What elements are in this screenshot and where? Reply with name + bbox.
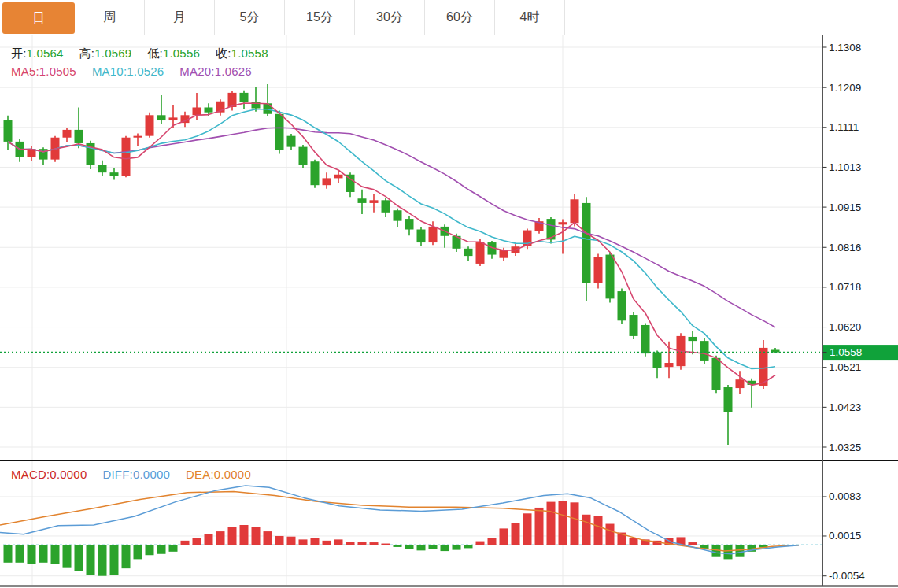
candle-body <box>382 200 390 213</box>
price-tag-label: 1.0558 <box>830 346 862 358</box>
macd-bar <box>75 545 83 571</box>
macd-bar <box>122 545 131 568</box>
macd-bar <box>87 545 95 575</box>
macd-bar <box>193 538 201 545</box>
macd-bar <box>264 531 272 545</box>
candle-body <box>334 175 343 179</box>
macd-bar <box>417 545 426 550</box>
macd-bar <box>405 545 414 549</box>
macd-bar <box>630 538 638 545</box>
macd-bar <box>51 545 60 564</box>
macd-bar <box>370 542 379 545</box>
candle-body <box>146 115 154 135</box>
tab-period-2[interactable]: 月 <box>145 0 215 35</box>
macd-bar <box>287 537 296 545</box>
candle-body <box>240 93 249 102</box>
macd-bar <box>205 534 213 545</box>
macd-bar <box>606 524 615 545</box>
candle-body <box>193 107 201 115</box>
macd-bar <box>582 515 591 545</box>
candle-body <box>653 353 662 368</box>
candle-body <box>110 172 119 176</box>
candle-body <box>618 291 626 320</box>
candle-body <box>358 198 367 203</box>
macd-bar <box>134 545 142 559</box>
macd-bar <box>441 545 449 551</box>
macd-bar <box>500 528 508 545</box>
macd-bar <box>181 541 190 545</box>
candle-body <box>500 250 508 258</box>
candle-body <box>75 130 83 143</box>
axis-label: -0.0054 <box>829 570 865 582</box>
macd-bar <box>311 538 320 545</box>
axis-label: 1.0620 <box>829 321 861 333</box>
macd-bar <box>98 545 107 576</box>
macd-bar <box>594 516 603 545</box>
macd-bar <box>523 513 532 545</box>
candle-body <box>630 315 638 336</box>
macd-bar <box>240 525 249 545</box>
macd-bar <box>323 541 331 545</box>
axis-label: 0.0015 <box>829 530 861 542</box>
tab-period-5[interactable]: 30分 <box>355 0 425 35</box>
candle-body <box>394 210 402 220</box>
candle-body <box>287 136 296 147</box>
axis-label: 1.1308 <box>829 42 861 54</box>
macd-bar <box>216 531 225 545</box>
tab-period-3[interactable]: 5分 <box>215 0 285 35</box>
axis-label: 1.1111 <box>829 121 859 133</box>
macd-bar <box>252 527 261 545</box>
macd-bar <box>464 545 473 548</box>
candle-body <box>134 136 142 138</box>
candle-body <box>63 130 72 138</box>
tab-period-6[interactable]: 60分 <box>425 0 495 35</box>
macd-bar <box>299 539 308 545</box>
candle-body <box>323 178 331 185</box>
candle-body <box>122 138 131 176</box>
macd-bar <box>476 542 485 545</box>
macd-bar <box>275 536 284 545</box>
candle-body <box>736 379 745 388</box>
macd-bar <box>394 545 402 547</box>
macd-bar <box>358 542 367 545</box>
tab-period-4[interactable]: 15分 <box>285 0 355 35</box>
macd-bar <box>547 502 556 545</box>
macd-bar <box>724 545 733 559</box>
macd-bar <box>512 523 520 545</box>
candle-body <box>606 255 615 299</box>
macd-bar <box>346 542 355 545</box>
tab-period-7[interactable]: 4时 <box>495 0 565 35</box>
chart-plot-area[interactable]: 1.13081.12091.11111.10131.09151.08161.07… <box>0 35 898 588</box>
macd-bar <box>63 545 72 568</box>
axis-label: 1.0521 <box>829 361 861 373</box>
candle-body <box>464 249 473 256</box>
macd-bar <box>535 508 544 545</box>
axis-label: 1.0718 <box>829 281 861 293</box>
axis-label: 0.0083 <box>829 490 861 502</box>
macd-bar <box>4 545 13 563</box>
candle-body <box>476 242 485 264</box>
macd-bar <box>39 545 48 563</box>
macd-bar <box>571 502 579 545</box>
candle-body <box>641 325 650 353</box>
candle-body <box>311 161 320 185</box>
tab-period-1[interactable]: 周 <box>75 0 145 35</box>
candle-body <box>665 363 674 367</box>
macd-bar <box>453 545 461 550</box>
axis-label: 1.0423 <box>829 401 861 413</box>
candle-body <box>98 165 107 172</box>
macd-bar <box>488 538 497 545</box>
macd-bar <box>157 545 166 554</box>
macd-bar <box>110 545 119 575</box>
candle-body <box>571 199 579 223</box>
axis-label: 1.0915 <box>829 202 861 213</box>
candle-body <box>299 147 308 165</box>
macd-bar <box>16 545 24 563</box>
candle-body <box>582 203 591 283</box>
macd-bar <box>228 527 237 545</box>
tab-period-0[interactable]: 日 <box>2 2 75 34</box>
candle-body <box>594 257 603 283</box>
candle-body <box>724 387 733 412</box>
macd-bar <box>689 542 697 545</box>
candle-body <box>205 107 213 112</box>
